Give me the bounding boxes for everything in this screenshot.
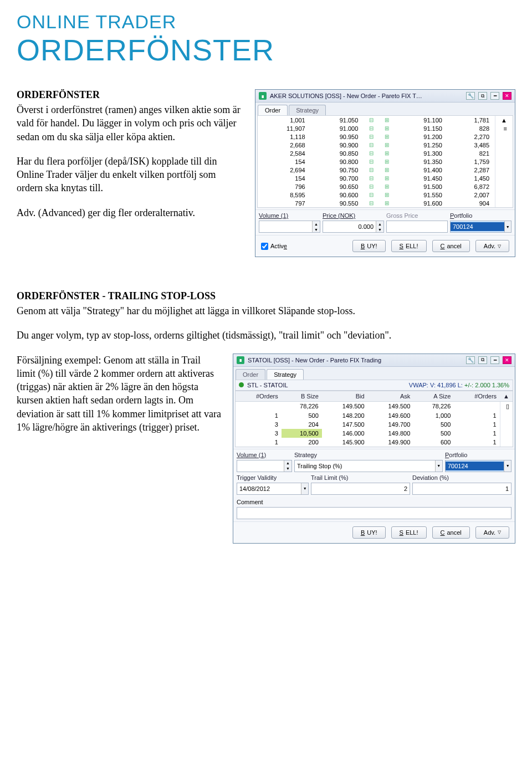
minus-icon[interactable]: ⊟: [364, 174, 379, 182]
plus-icon[interactable]: ⊞: [379, 191, 395, 199]
minus-icon[interactable]: ⊟: [364, 141, 379, 149]
plus-icon[interactable]: ⊞: [379, 199, 395, 207]
tab-order[interactable]: Order: [258, 105, 288, 115]
adv-button[interactable]: Adv.▽: [475, 526, 509, 539]
minus-icon[interactable]: ⊟: [364, 124, 379, 132]
plus-icon[interactable]: ⊞: [379, 124, 395, 132]
depth-row[interactable]: 2,66890.900⊟⊞91.2503,485: [258, 141, 513, 149]
deviation-input[interactable]: [412, 483, 511, 495]
column-header[interactable]: #Orders: [454, 391, 500, 402]
minus-icon[interactable]: ⊟: [364, 157, 379, 166]
plus-icon[interactable]: ⊞: [379, 174, 395, 182]
depth-row[interactable]: 79790.550⊟⊞91.600904: [258, 199, 513, 207]
plus-icon[interactable]: ⊞: [379, 166, 395, 174]
depth-row[interactable]: 15490.800⊟⊞91.3501,759: [258, 157, 513, 166]
scrollbar[interactable]: [495, 166, 513, 174]
titlebar[interactable]: ∎ AKER SOLUTIONS [OSS] - New Order - Par…: [255, 90, 515, 103]
scrollbar[interactable]: [495, 149, 513, 157]
column-header[interactable]: B Size: [282, 391, 322, 402]
buy-button[interactable]: BUY!: [352, 240, 386, 252]
minus-icon[interactable]: ⊟: [364, 166, 379, 174]
detach-icon[interactable]: ⧉: [478, 92, 487, 100]
tab-strategy[interactable]: Strategy: [267, 369, 304, 380]
scroll-up-icon[interactable]: ▲: [500, 391, 513, 402]
gross-input[interactable]: [386, 221, 448, 233]
stepper-down-icon[interactable]: ▼: [376, 227, 383, 232]
scrollbar[interactable]: [495, 191, 513, 199]
market-row[interactable]: 78,226149.500149.50078,226▯: [236, 401, 513, 411]
minus-icon[interactable]: ⊟: [364, 132, 379, 141]
chevron-down-icon[interactable]: ▼: [504, 460, 511, 472]
column-header[interactable]: Ask: [368, 391, 414, 402]
scrollbar[interactable]: [495, 157, 513, 166]
minimize-icon[interactable]: ━: [490, 356, 499, 364]
depth-row[interactable]: 2,58490.850⊟⊞91.300821: [258, 149, 513, 157]
plus-icon[interactable]: ⊞: [379, 141, 395, 149]
stepper-up-icon[interactable]: ▲: [376, 221, 383, 227]
strategy-select[interactable]: ▼: [294, 460, 443, 472]
portfolio-select[interactable]: ▼: [450, 221, 511, 233]
column-header[interactable]: #Orders: [236, 391, 282, 402]
depth-row[interactable]: 1,11890.950⊟⊞91.2002,270: [258, 132, 513, 141]
minus-icon[interactable]: ⊟: [364, 191, 379, 199]
plus-icon[interactable]: ⊞: [379, 157, 395, 166]
cancel-button[interactable]: Cancel: [432, 240, 470, 252]
sell-button[interactable]: SELL!: [391, 240, 427, 252]
scrollbar[interactable]: [495, 132, 513, 141]
comment-input[interactable]: [237, 507, 511, 519]
scrollbar[interactable]: ▲: [495, 116, 513, 124]
market-row[interactable]: 3204147.500149.7005001: [236, 420, 513, 429]
tab-order[interactable]: Order: [236, 369, 265, 380]
depth-row[interactable]: 1,00191.050⊟⊞91.1001,781▲: [258, 116, 513, 124]
sell-button[interactable]: SELL!: [391, 526, 427, 539]
scrollbar[interactable]: ≡: [495, 124, 513, 132]
chevron-down-icon[interactable]: ▼: [301, 483, 308, 494]
adv-button[interactable]: Adv.▽: [475, 240, 509, 252]
scrollbar[interactable]: [495, 182, 513, 191]
plus-icon[interactable]: ⊞: [379, 149, 395, 157]
titlebar[interactable]: ∎ STATOIL [OSS] - New Order - Pareto FIX…: [233, 354, 515, 367]
depth-row[interactable]: 79690.650⊟⊞91.5006,872: [258, 182, 513, 191]
depth-row[interactable]: 8,59590.600⊟⊞91.5502,007: [258, 191, 513, 199]
active-checkbox[interactable]: Active: [261, 243, 287, 250]
volume-input[interactable]: ▲▼: [237, 460, 292, 472]
market-row[interactable]: 310,500146.000149.8005001: [236, 429, 513, 438]
column-header[interactable]: Bid: [322, 391, 368, 402]
minimize-icon[interactable]: ━: [490, 92, 499, 100]
scrollbar[interactable]: [495, 199, 513, 207]
stepper-down-icon[interactable]: ▼: [284, 466, 291, 472]
chevron-down-icon[interactable]: ▼: [504, 221, 511, 232]
detach-icon[interactable]: ⧉: [478, 356, 487, 364]
wrench-icon[interactable]: 🔧: [466, 356, 475, 364]
stepper-down-icon[interactable]: ▼: [312, 227, 320, 232]
wrench-icon[interactable]: 🔧: [466, 92, 475, 100]
plus-icon[interactable]: ⊞: [379, 116, 395, 124]
chevron-down-icon[interactable]: ▼: [435, 460, 442, 472]
plus-icon[interactable]: ⊞: [379, 182, 395, 191]
tab-strategy[interactable]: Strategy: [289, 105, 326, 115]
depth-row[interactable]: 11,90791.000⊟⊞91.150828≡: [258, 124, 513, 132]
cancel-button[interactable]: Cancel: [432, 526, 470, 539]
scrollbar[interactable]: [495, 174, 513, 182]
close-icon[interactable]: ✕: [503, 92, 511, 100]
market-row[interactable]: 1200145.900149.9006001: [236, 438, 513, 447]
scrollbar[interactable]: [495, 141, 513, 149]
depth-row[interactable]: 2,69490.750⊟⊞91.4002,287: [258, 166, 513, 174]
minus-icon[interactable]: ⊟: [364, 149, 379, 157]
stepper-up-icon[interactable]: ▲: [284, 460, 291, 466]
stepper-up-icon[interactable]: ▲: [312, 221, 320, 227]
minus-icon[interactable]: ⊟: [364, 116, 379, 124]
price-input[interactable]: ▲▼: [323, 221, 384, 233]
trail-limit-input[interactable]: [311, 483, 410, 495]
trigger-date-input[interactable]: ▼: [237, 483, 309, 495]
minus-icon[interactable]: ⊟: [364, 182, 379, 191]
depth-row[interactable]: 15490.700⊟⊞91.4501,450: [258, 174, 513, 182]
plus-icon[interactable]: ⊞: [379, 132, 395, 141]
market-row[interactable]: 1500148.200149.6001,0001: [236, 411, 513, 420]
buy-button[interactable]: BUY!: [352, 526, 386, 539]
volume-input[interactable]: ▲▼: [259, 221, 320, 233]
close-icon[interactable]: ✕: [503, 356, 511, 364]
portfolio-select[interactable]: ▼: [445, 460, 511, 472]
column-header[interactable]: A Size: [413, 391, 454, 402]
minus-icon[interactable]: ⊟: [364, 199, 379, 207]
